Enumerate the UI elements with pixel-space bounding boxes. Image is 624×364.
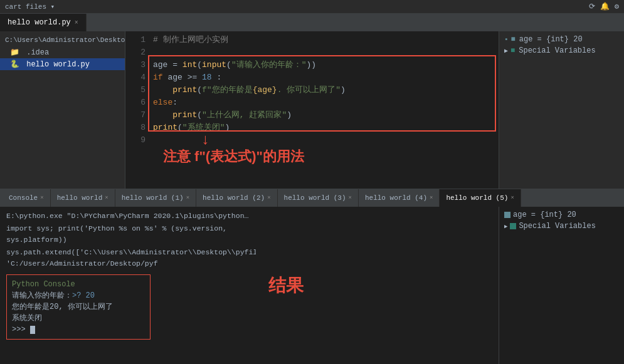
line-num-2: 2 <box>130 46 145 59</box>
console-content: E:\python.exe "D:\PYCharm\PyCharm 2020.1… <box>0 207 624 364</box>
debug-var-icon: ▪ <box>504 36 509 43</box>
console-tab-hw4[interactable]: hello world (4) × <box>359 189 440 207</box>
debug-panel: ▪ ■ age = {int} 20 ▶ ■ Special Variables <box>499 31 624 189</box>
console-tab-hw2-close[interactable]: × <box>267 195 270 201</box>
sidebar-item-idea-label: .idea <box>26 48 49 57</box>
result-area: 结果 <box>256 207 499 364</box>
line-num-7: 7 <box>130 109 145 122</box>
code-line-6: else: <box>153 96 494 109</box>
console-tab-hw4-label: hello world (4) <box>365 194 427 202</box>
console-tab-hw3[interactable]: hello world (3) × <box>278 189 359 207</box>
console-right-special-label: Special Variables <box>519 222 595 231</box>
python-file-icon: 🐍 <box>10 60 19 69</box>
debug-triangle-icon: ▶ <box>504 47 508 55</box>
code-line-5: print(f"您的年龄是{age}. 你可以上网了") <box>153 84 494 96</box>
console-right-var-age: age = {int} 20 <box>502 209 621 221</box>
console-tab-hw3-close[interactable]: × <box>349 195 352 201</box>
console-tab-hw2-label: hello world (2) <box>203 194 265 202</box>
line-num-6: 6 <box>130 96 145 109</box>
sidebar-item-hello-world-label: hello world.py <box>26 60 90 69</box>
bottom-area: Console × hello world × hello world (1) … <box>0 189 624 364</box>
console-prompt2-text: >>> <box>12 325 30 334</box>
console-path-line: sys.path.extend(['C:\\Users\\Administrat… <box>6 247 250 269</box>
main-area: C:\Users\Administrator\Desktop\pyfile 📁 … <box>0 31 624 189</box>
line-numbers: 1 2 3 4 5 6 7 8 9 <box>125 31 148 189</box>
debug-special-label: Special Variables <box>519 46 595 55</box>
file-tab-close[interactable]: × <box>75 19 78 26</box>
top-bar-title: cart files ▾ <box>5 3 55 11</box>
console-input-val: >? 20 <box>72 291 95 300</box>
sidebar-item-hello-world[interactable]: 🐍 hello world.py <box>0 58 125 70</box>
debug-blue-square: ■ <box>511 35 516 44</box>
console-tab-hw[interactable]: hello world × <box>51 189 115 207</box>
console-tab-hw1[interactable]: hello world (1) × <box>115 189 196 207</box>
python-console-label: Python Console <box>12 279 145 290</box>
code-line-1: # 制作上网吧小实例 <box>153 34 494 46</box>
console-tab-hw5-close[interactable]: × <box>510 195 514 201</box>
console-tab-hw3-label: hello world (3) <box>284 194 346 202</box>
line-num-8: 8 <box>130 122 145 134</box>
console-prompt2: >>> <box>12 324 145 335</box>
debug-var-age: ▪ ■ age = {int} 20 <box>502 34 621 45</box>
console-cursor <box>30 326 35 334</box>
file-tab-hello-world[interactable]: hello world.py × <box>0 14 87 31</box>
console-command-line: E:\python.exe "D:\PYCharm\PyCharm 2020.1… <box>6 211 250 222</box>
console-right-triangle-icon: ▶ <box>504 223 507 230</box>
code-line-3: age = int(input("请输入你的年龄：")) <box>153 59 494 71</box>
console-tab-hw-close[interactable]: × <box>105 195 108 201</box>
debug-teal-square: ■ <box>510 46 515 55</box>
sidebar-path: C:\Users\Administrator\Desktop\pyfile <box>0 34 125 46</box>
bell-icon[interactable]: 🔔 <box>600 2 610 11</box>
console-tab-bar: Console × hello world × hello world (1) … <box>0 189 624 207</box>
console-output1: 您的年龄是20, 你可以上网了 <box>12 301 145 313</box>
line-num-3: 3 <box>130 59 145 71</box>
sidebar-item-idea[interactable]: 📁 .idea <box>0 46 125 58</box>
top-bar-icons: ⟳ 🔔 ⚙ <box>589 2 619 11</box>
teal-square-icon <box>510 223 516 229</box>
console-tab-console-close[interactable]: × <box>40 195 43 201</box>
result-label: 结果 <box>268 274 304 298</box>
settings-icon[interactable]: ⚙ <box>615 2 619 11</box>
console-tab-hw-label: hello world <box>57 194 103 202</box>
console-prompt1-text: 请输入你的年龄： <box>12 291 72 300</box>
sync-icon[interactable]: ⟳ <box>589 2 595 11</box>
console-left: E:\python.exe "D:\PYCharm\PyCharm 2020.1… <box>0 207 256 364</box>
console-tab-hw1-close[interactable]: × <box>186 195 189 201</box>
line-num-5: 5 <box>130 84 145 96</box>
console-tab-hw1-label: hello world (1) <box>122 194 184 202</box>
code-line-2 <box>153 46 494 59</box>
line-num-9: 9 <box>130 134 145 147</box>
console-import-line: import sys; print('Python %s on %s' % (s… <box>6 223 250 246</box>
debug-var-label: age = {int} 20 <box>519 35 583 44</box>
python-console-box: Python Console 请输入你的年龄：>? 20 您的年龄是20, 你可… <box>6 274 151 340</box>
blue-square-icon <box>504 212 510 218</box>
folder-icon: 📁 <box>10 48 19 57</box>
console-output2: 系统关闭 <box>12 313 145 324</box>
line-num-1: 1 <box>130 34 145 46</box>
console-tab-hw4-close[interactable]: × <box>430 195 433 201</box>
annotation-arrow: ↓ <box>201 132 209 148</box>
console-tab-hw2[interactable]: hello world (2) × <box>196 189 277 207</box>
console-prompt1: 请输入你的年龄：>? 20 <box>12 290 145 301</box>
console-right: age = {int} 20 ▶ Special Variables <box>499 207 624 364</box>
code-line-4: if age >= 18 : <box>153 71 494 84</box>
console-right-var-label: age = {int} 20 <box>513 211 576 219</box>
console-tab-hw5-label: hello world (5) <box>446 194 508 202</box>
annotation-text: 注意 f"(表达式)"的用法 <box>163 147 304 166</box>
file-tab-bar: hello world.py × <box>0 14 624 31</box>
file-tab-label: hello world.py <box>8 18 71 27</box>
console-tab-console-label: Console <box>9 194 38 202</box>
line-num-4: 4 <box>130 71 145 84</box>
top-bar: cart files ▾ ⟳ 🔔 ⚙ <box>0 0 624 14</box>
editor-area: 1 2 3 4 5 6 7 8 9 # 制作上网吧小实例 age = int(i… <box>125 31 499 189</box>
console-tab-console[interactable]: Console × <box>3 189 51 207</box>
console-tab-hw5[interactable]: hello world (5) × <box>440 189 521 207</box>
code-line-7: print("上什么网, 赶紧回家") <box>153 109 494 122</box>
console-right-special[interactable]: ▶ Special Variables <box>502 221 621 232</box>
debug-special-vars[interactable]: ▶ ■ Special Variables <box>502 45 621 56</box>
sidebar: C:\Users\Administrator\Desktop\pyfile 📁 … <box>0 31 125 189</box>
